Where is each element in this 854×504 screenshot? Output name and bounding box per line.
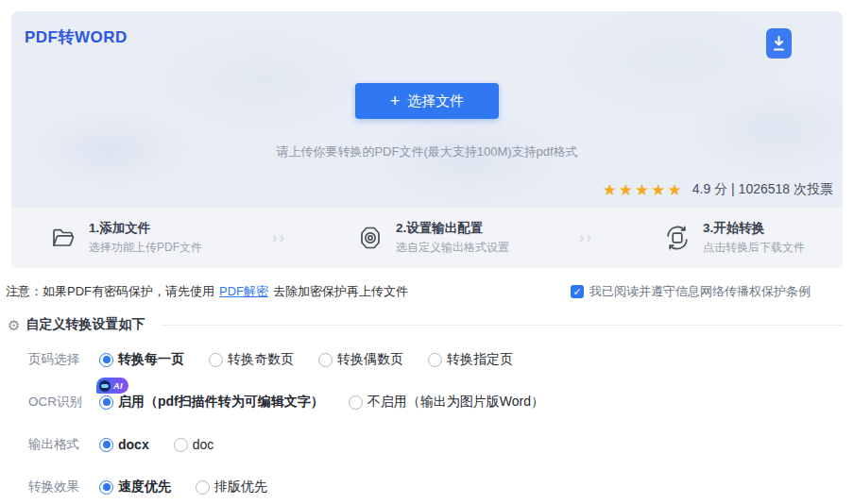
ai-badge: AI xyxy=(96,378,128,394)
radio-label: 转换指定页 xyxy=(447,351,513,368)
radio-label: 排版优先 xyxy=(214,479,267,496)
convert-icon xyxy=(663,224,692,252)
row-label: 转换效果 xyxy=(28,479,99,496)
radio-ocr-enable[interactable]: 启用（pdf扫描件转为可编辑文字） xyxy=(99,394,324,411)
radio-convert-odd-pages[interactable]: 转换奇数页 xyxy=(209,351,294,368)
form-row-page-select: 页码选择 转换每一页 转换奇数页 转换偶数页 转换指定页 xyxy=(28,351,854,368)
step-subtitle: 选自定义输出格式设置 xyxy=(396,240,509,256)
chevron-right-icon: ›› xyxy=(272,228,286,247)
radio-speed-priority[interactable]: 速度优先 xyxy=(99,479,171,496)
folder-icon xyxy=(49,224,77,252)
radio-format-docx[interactable]: docx xyxy=(99,437,149,452)
row-label: 输出格式 xyxy=(28,436,99,453)
radio-selected-icon[interactable] xyxy=(99,395,113,410)
ai-badge-label: AI xyxy=(113,381,123,391)
settings-title: 自定义转换设置如下 xyxy=(26,316,145,333)
radio-label: 转换偶数页 xyxy=(337,351,403,368)
pdf-decrypt-link[interactable]: PDF解密 xyxy=(219,284,268,298)
upload-hint: 请上传你要转换的PDF文件(最大支持100M)支持pdf格式 xyxy=(11,143,843,160)
radio-selected-icon[interactable] xyxy=(99,438,113,452)
radio-ocr-disable[interactable]: 不启用（输出为图片版Word） xyxy=(349,394,544,411)
radio-icon[interactable] xyxy=(318,353,333,367)
select-file-label: 选择文件 xyxy=(407,92,464,110)
radio-icon[interactable] xyxy=(209,353,223,367)
radio-selected-icon[interactable] xyxy=(99,353,113,367)
agreement-checkbox-row[interactable]: ✓ 我已阅读并遵守信息网络传播权保护条例 xyxy=(571,283,811,300)
step-subtitle: 点击转换后下载文件 xyxy=(703,240,805,256)
radio-format-doc[interactable]: doc xyxy=(174,437,214,452)
form-row-output-format: 输出格式 docx doc xyxy=(28,436,854,453)
nut-icon xyxy=(356,224,384,252)
step-start-convert: 3.开始转换 点击转换后下载文件 xyxy=(663,220,805,256)
row-label: OCR识别 xyxy=(28,394,99,411)
radio-label: 启用（pdf扫描件转为可编辑文字） xyxy=(118,394,324,411)
radio-selected-icon[interactable] xyxy=(99,480,113,495)
rating-text: 4.9 分 | 1026518 次投票 xyxy=(692,181,833,198)
form-row-convert-effect: 转换效果 速度优先 排版优先 xyxy=(28,479,854,496)
notice-row: 注意：如果PDF有密码保护，请先使用PDF解密去除加密保护再上传文件 ✓ 我已阅… xyxy=(6,283,843,300)
step-title: 2.设置输出配置 xyxy=(396,220,509,237)
checkbox-checked-icon[interactable]: ✓ xyxy=(571,285,584,298)
radio-label: 转换奇数页 xyxy=(228,351,294,368)
radio-icon[interactable] xyxy=(428,353,442,367)
radio-label: 不启用（输出为图片版Word） xyxy=(367,394,544,411)
star-rating-icons[interactable]: ★★★★★ xyxy=(603,182,684,198)
password-notice: 注意：如果PDF有密码保护，请先使用PDF解密去除加密保护再上传文件 xyxy=(6,283,408,300)
radio-convert-even-pages[interactable]: 转换偶数页 xyxy=(318,351,403,368)
agreement-label: 我已阅读并遵守信息网络传播权保护条例 xyxy=(589,283,811,300)
pdf-to-word-page: PDF转WORD + 选择文件 请上传你要转换的PDF文件(最大支持100M)支… xyxy=(0,11,854,504)
radio-label: docx xyxy=(118,437,149,452)
row-label: 页码选择 xyxy=(28,351,99,368)
radio-convert-specified-pages[interactable]: 转换指定页 xyxy=(428,351,513,368)
step-output-config: 2.设置输出配置 选自定义输出格式设置 xyxy=(356,220,509,256)
rating: ★★★★★ 4.9 分 | 1026518 次投票 xyxy=(603,181,833,198)
steps-bar: 1.添加文件 选择功能上传PDF文件 ›› 2.设置输出配 xyxy=(11,208,843,268)
step-subtitle: 选择功能上传PDF文件 xyxy=(89,240,202,256)
radio-label: doc xyxy=(193,437,214,452)
radio-convert-every-page[interactable]: 转换每一页 xyxy=(99,351,184,368)
form-row-ocr: AI OCR识别 启用（pdf扫描件转为可编辑文字） 不启用（输出为图片版Wor… xyxy=(28,394,854,411)
chevron-right-icon: ›› xyxy=(579,228,593,247)
download-icon[interactable] xyxy=(766,28,792,59)
settings-section-header: ⚙ 自定义转换设置如下 xyxy=(8,315,843,334)
step-title: 3.开始转换 xyxy=(703,220,805,237)
radio-layout-priority[interactable]: 排版优先 xyxy=(196,479,267,496)
radio-label: 转换每一页 xyxy=(118,351,184,368)
robot-icon xyxy=(99,380,111,392)
step-add-file: 1.添加文件 选择功能上传PDF文件 xyxy=(49,220,202,256)
radio-icon[interactable] xyxy=(196,480,210,495)
plus-icon: + xyxy=(390,92,401,109)
gear-icon: ⚙ xyxy=(8,318,20,332)
page-title: PDF转WORD xyxy=(25,26,128,48)
notice-prefix: 注意：如果PDF有密码保护，请先使用 xyxy=(6,284,214,298)
select-file-button[interactable]: + 选择文件 xyxy=(355,83,499,119)
radio-icon[interactable] xyxy=(174,438,188,452)
step-title: 1.添加文件 xyxy=(89,220,202,237)
notice-suffix: 去除加密保护再上传文件 xyxy=(273,284,408,298)
upload-hero: PDF转WORD + 选择文件 请上传你要转换的PDF文件(最大支持100M)支… xyxy=(11,11,843,208)
upload-card: PDF转WORD + 选择文件 请上传你要转换的PDF文件(最大支持100M)支… xyxy=(11,11,843,268)
divider xyxy=(162,325,843,326)
radio-label: 速度优先 xyxy=(118,479,171,496)
radio-icon[interactable] xyxy=(349,395,363,410)
conversion-settings-form: 页码选择 转换每一页 转换奇数页 转换偶数页 转换指定页 xyxy=(28,351,854,496)
